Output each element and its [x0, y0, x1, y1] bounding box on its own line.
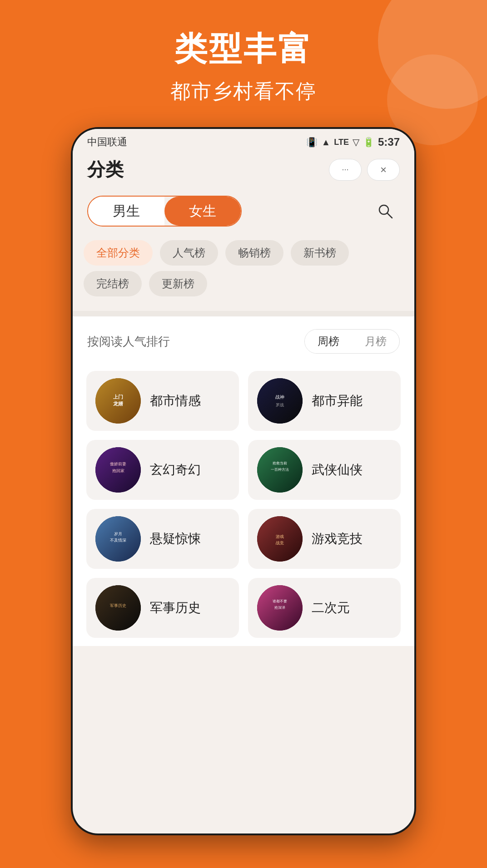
avatar-martial: 抢救当前 一百种方法 [257, 447, 303, 493]
category-name-4: 武侠仙侠 [312, 461, 363, 478]
svg-text:岁月: 岁月 [114, 532, 122, 536]
tab-female[interactable]: 女生 [164, 197, 241, 226]
cover-img-4: 抢救当前 一百种方法 [257, 447, 303, 493]
avatar-mystery: 岁月 不及情深 [95, 516, 141, 562]
svg-text:军事历史: 军事历史 [110, 603, 126, 608]
category-name-1: 都市情感 [150, 392, 201, 409]
svg-text:龙婿: 龙婿 [113, 401, 124, 406]
filter-all[interactable]: 全部分类 [84, 240, 153, 266]
category-name-5: 悬疑惊悚 [150, 530, 201, 547]
svg-text:傲娇前妻: 傲娇前妻 [110, 462, 126, 466]
filter-row-2: 完结榜 更新榜 [84, 271, 403, 296]
status-icons: 📳 ▲ LTE ▽ 🔋 5:37 [306, 136, 400, 148]
svg-text:抢救当前: 抢救当前 [273, 461, 287, 465]
gender-tab-section: 男生 女生 [73, 191, 414, 236]
svg-text:上门: 上门 [113, 394, 123, 399]
cover-8: 谁都不要 抢深泽 [257, 585, 303, 631]
cover-img-8: 谁都不要 抢深泽 [257, 585, 303, 631]
svg-text:抱回家: 抱回家 [112, 469, 124, 473]
svg-text:不及情深: 不及情深 [110, 538, 126, 542]
cover-img-5: 岁月 不及情深 [95, 516, 141, 562]
category-gaming[interactable]: 游戏 战竞 游戏竞技 [248, 509, 401, 569]
tab-monthly[interactable]: 月榜 [352, 330, 399, 353]
cover-5: 岁月 不及情深 [95, 516, 141, 562]
category-name-6: 游戏竞技 [312, 530, 363, 547]
category-name-2: 都市异能 [312, 392, 363, 409]
avatar-urban-romance: 上门 龙婿 [95, 378, 141, 424]
cover-img-1: 上门 龙婿 [95, 378, 141, 424]
sort-label: 按阅读人气排行 [87, 334, 170, 350]
svg-line-1 [388, 213, 392, 218]
vibrate-icon: 📳 [306, 137, 318, 148]
cover-img-3: 傲娇前妻 抱回家 [95, 447, 141, 493]
filter-section: 全部分类 人气榜 畅销榜 新书榜 完结榜 更新榜 [73, 236, 414, 311]
svg-rect-7 [257, 378, 303, 424]
svg-rect-27 [95, 585, 141, 631]
filter-popular[interactable]: 人气榜 [160, 240, 218, 266]
category-name-7: 军事历史 [150, 599, 201, 616]
avatar-military: 军事历史 [95, 585, 141, 631]
cover-3: 傲娇前妻 抱回家 [95, 447, 141, 493]
cover-img-7: 军事历史 [95, 585, 141, 631]
cover-7: 军事历史 [95, 585, 141, 631]
category-grid: 上门 龙婿 都市情感 [73, 363, 414, 646]
cover-img-2: 战神 罗战 [257, 378, 303, 424]
nav-actions: ··· × [329, 159, 400, 181]
svg-point-0 [379, 205, 388, 214]
category-name-8: 二次元 [312, 599, 350, 616]
lte-icon: LTE [334, 138, 349, 147]
filter-bestseller[interactable]: 畅销榜 [225, 240, 283, 266]
search-icon [377, 203, 393, 219]
sort-tab-group: 周榜 月榜 [304, 329, 400, 354]
svg-rect-23 [257, 516, 303, 562]
cover-6: 游戏 战竞 [257, 516, 303, 562]
wifi-icon: ▽ [353, 137, 359, 148]
category-martial[interactable]: 抢救当前 一百种方法 武侠仙侠 [248, 440, 401, 500]
svg-text:罗战: 罗战 [276, 403, 284, 407]
svg-text:战竞: 战竞 [276, 541, 284, 545]
clock: 5:37 [378, 136, 400, 148]
cover-img-6: 游戏 战竞 [257, 516, 303, 562]
status-bar: 中国联通 📳 ▲ LTE ▽ 🔋 5:37 [73, 129, 414, 153]
phone-screen: 中国联通 📳 ▲ LTE ▽ 🔋 5:37 分类 ··· × 男生 女生 [73, 129, 414, 833]
category-name-3: 玄幻奇幻 [150, 461, 201, 478]
sort-header: 按阅读人气排行 周榜 月榜 [73, 316, 414, 363]
more-button[interactable]: ··· [329, 159, 362, 181]
phone-frame: 中国联通 📳 ▲ LTE ▽ 🔋 5:37 分类 ··· × 男生 女生 [71, 127, 416, 835]
avatar-fantasy: 傲娇前妻 抱回家 [95, 447, 141, 493]
avatar-gaming: 游戏 战竞 [257, 516, 303, 562]
cover-2: 战神 罗战 [257, 378, 303, 424]
cover-1: 上门 龙婿 [95, 378, 141, 424]
filter-complete[interactable]: 完结榜 [84, 271, 142, 296]
category-mystery[interactable]: 岁月 不及情深 悬疑惊悚 [86, 509, 239, 569]
svg-text:抢深泽: 抢深泽 [274, 606, 285, 610]
svg-text:谁都不要: 谁都不要 [273, 599, 287, 603]
close-button[interactable]: × [367, 159, 400, 181]
avatar-urban-super: 战神 罗战 [257, 378, 303, 424]
search-button[interactable] [371, 197, 400, 226]
filter-new[interactable]: 新书榜 [291, 240, 349, 266]
signal-icon: ▲ [321, 137, 330, 148]
svg-text:游戏: 游戏 [276, 534, 284, 539]
svg-text:战神: 战神 [275, 395, 284, 399]
tab-male[interactable]: 男生 [88, 197, 164, 226]
category-anime[interactable]: 谁都不要 抢深泽 二次元 [248, 578, 401, 638]
category-military[interactable]: 军事历史 军事历史 [86, 578, 239, 638]
category-urban-romance[interactable]: 上门 龙婿 都市情感 [86, 371, 239, 431]
page-title: 分类 [87, 157, 124, 182]
filter-update[interactable]: 更新榜 [149, 271, 207, 296]
top-nav: 分类 ··· × [73, 153, 414, 191]
battery-icon: 🔋 [363, 137, 374, 148]
filter-row-1: 全部分类 人气榜 畅销榜 新书榜 [84, 240, 403, 266]
section-divider [73, 311, 414, 316]
cover-4: 抢救当前 一百种方法 [257, 447, 303, 493]
avatar-anime: 谁都不要 抢深泽 [257, 585, 303, 631]
content-area: 按阅读人气排行 周榜 月榜 上门 [73, 316, 414, 646]
svg-text:一百种方法: 一百种方法 [271, 468, 289, 472]
gender-tab-group: 男生 女生 [87, 196, 242, 227]
carrier-label: 中国联通 [87, 135, 127, 149]
tab-weekly[interactable]: 周榜 [305, 330, 352, 353]
category-fantasy[interactable]: 傲娇前妻 抱回家 玄幻奇幻 [86, 440, 239, 500]
category-urban-super[interactable]: 战神 罗战 都市异能 [248, 371, 401, 431]
